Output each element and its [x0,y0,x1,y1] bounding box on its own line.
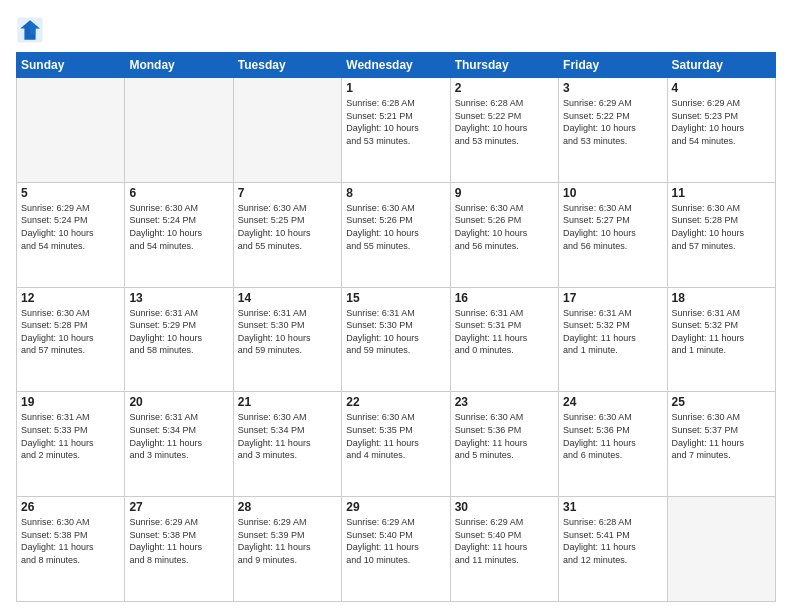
day-number: 6 [129,186,228,200]
day-number: 18 [672,291,771,305]
day-cell: 30Sunrise: 6:29 AM Sunset: 5:40 PM Dayli… [450,497,558,602]
day-cell: 13Sunrise: 6:31 AM Sunset: 5:29 PM Dayli… [125,287,233,392]
weekday-monday: Monday [125,53,233,78]
day-info: Sunrise: 6:31 AM Sunset: 5:30 PM Dayligh… [346,307,445,357]
day-info: Sunrise: 6:31 AM Sunset: 5:34 PM Dayligh… [129,411,228,461]
day-number: 22 [346,395,445,409]
day-cell: 29Sunrise: 6:29 AM Sunset: 5:40 PM Dayli… [342,497,450,602]
week-row-4: 26Sunrise: 6:30 AM Sunset: 5:38 PM Dayli… [17,497,776,602]
day-cell: 6Sunrise: 6:30 AM Sunset: 5:24 PM Daylig… [125,182,233,287]
calendar-table: SundayMondayTuesdayWednesdayThursdayFrid… [16,52,776,602]
day-number: 30 [455,500,554,514]
day-number: 28 [238,500,337,514]
day-cell: 8Sunrise: 6:30 AM Sunset: 5:26 PM Daylig… [342,182,450,287]
day-number: 14 [238,291,337,305]
day-info: Sunrise: 6:31 AM Sunset: 5:30 PM Dayligh… [238,307,337,357]
day-number: 25 [672,395,771,409]
day-cell: 27Sunrise: 6:29 AM Sunset: 5:38 PM Dayli… [125,497,233,602]
day-number: 27 [129,500,228,514]
day-cell: 3Sunrise: 6:29 AM Sunset: 5:22 PM Daylig… [559,78,667,183]
day-cell: 12Sunrise: 6:30 AM Sunset: 5:28 PM Dayli… [17,287,125,392]
day-number: 12 [21,291,120,305]
day-number: 7 [238,186,337,200]
day-info: Sunrise: 6:28 AM Sunset: 5:41 PM Dayligh… [563,516,662,566]
day-cell [667,497,775,602]
day-number: 24 [563,395,662,409]
day-info: Sunrise: 6:30 AM Sunset: 5:38 PM Dayligh… [21,516,120,566]
day-cell: 23Sunrise: 6:30 AM Sunset: 5:36 PM Dayli… [450,392,558,497]
day-info: Sunrise: 6:31 AM Sunset: 5:31 PM Dayligh… [455,307,554,357]
week-row-1: 5Sunrise: 6:29 AM Sunset: 5:24 PM Daylig… [17,182,776,287]
day-cell: 17Sunrise: 6:31 AM Sunset: 5:32 PM Dayli… [559,287,667,392]
day-info: Sunrise: 6:29 AM Sunset: 5:23 PM Dayligh… [672,97,771,147]
day-cell: 11Sunrise: 6:30 AM Sunset: 5:28 PM Dayli… [667,182,775,287]
day-cell: 9Sunrise: 6:30 AM Sunset: 5:26 PM Daylig… [450,182,558,287]
day-number: 11 [672,186,771,200]
day-number: 20 [129,395,228,409]
weekday-thursday: Thursday [450,53,558,78]
day-info: Sunrise: 6:29 AM Sunset: 5:39 PM Dayligh… [238,516,337,566]
day-number: 19 [21,395,120,409]
day-info: Sunrise: 6:30 AM Sunset: 5:26 PM Dayligh… [455,202,554,252]
logo [16,16,48,44]
day-number: 10 [563,186,662,200]
day-info: Sunrise: 6:30 AM Sunset: 5:25 PM Dayligh… [238,202,337,252]
day-cell: 24Sunrise: 6:30 AM Sunset: 5:36 PM Dayli… [559,392,667,497]
day-info: Sunrise: 6:28 AM Sunset: 5:21 PM Dayligh… [346,97,445,147]
day-number: 2 [455,81,554,95]
day-info: Sunrise: 6:29 AM Sunset: 5:24 PM Dayligh… [21,202,120,252]
day-cell [17,78,125,183]
day-info: Sunrise: 6:28 AM Sunset: 5:22 PM Dayligh… [455,97,554,147]
day-number: 1 [346,81,445,95]
day-info: Sunrise: 6:29 AM Sunset: 5:40 PM Dayligh… [346,516,445,566]
day-cell: 10Sunrise: 6:30 AM Sunset: 5:27 PM Dayli… [559,182,667,287]
day-cell: 1Sunrise: 6:28 AM Sunset: 5:21 PM Daylig… [342,78,450,183]
header [16,16,776,44]
day-info: Sunrise: 6:31 AM Sunset: 5:33 PM Dayligh… [21,411,120,461]
day-cell: 28Sunrise: 6:29 AM Sunset: 5:39 PM Dayli… [233,497,341,602]
week-row-2: 12Sunrise: 6:30 AM Sunset: 5:28 PM Dayli… [17,287,776,392]
day-cell: 22Sunrise: 6:30 AM Sunset: 5:35 PM Dayli… [342,392,450,497]
day-cell: 18Sunrise: 6:31 AM Sunset: 5:32 PM Dayli… [667,287,775,392]
day-number: 8 [346,186,445,200]
day-number: 17 [563,291,662,305]
day-info: Sunrise: 6:29 AM Sunset: 5:40 PM Dayligh… [455,516,554,566]
day-info: Sunrise: 6:31 AM Sunset: 5:29 PM Dayligh… [129,307,228,357]
weekday-tuesday: Tuesday [233,53,341,78]
day-info: Sunrise: 6:31 AM Sunset: 5:32 PM Dayligh… [563,307,662,357]
page: SundayMondayTuesdayWednesdayThursdayFrid… [0,0,792,612]
day-info: Sunrise: 6:29 AM Sunset: 5:22 PM Dayligh… [563,97,662,147]
day-info: Sunrise: 6:30 AM Sunset: 5:24 PM Dayligh… [129,202,228,252]
day-number: 31 [563,500,662,514]
day-cell: 7Sunrise: 6:30 AM Sunset: 5:25 PM Daylig… [233,182,341,287]
day-cell: 16Sunrise: 6:31 AM Sunset: 5:31 PM Dayli… [450,287,558,392]
day-info: Sunrise: 6:30 AM Sunset: 5:34 PM Dayligh… [238,411,337,461]
day-info: Sunrise: 6:30 AM Sunset: 5:36 PM Dayligh… [455,411,554,461]
day-number: 23 [455,395,554,409]
day-cell: 25Sunrise: 6:30 AM Sunset: 5:37 PM Dayli… [667,392,775,497]
weekday-header-row: SundayMondayTuesdayWednesdayThursdayFrid… [17,53,776,78]
day-number: 9 [455,186,554,200]
weekday-friday: Friday [559,53,667,78]
day-info: Sunrise: 6:30 AM Sunset: 5:27 PM Dayligh… [563,202,662,252]
day-info: Sunrise: 6:30 AM Sunset: 5:36 PM Dayligh… [563,411,662,461]
day-number: 16 [455,291,554,305]
day-cell: 31Sunrise: 6:28 AM Sunset: 5:41 PM Dayli… [559,497,667,602]
day-cell: 2Sunrise: 6:28 AM Sunset: 5:22 PM Daylig… [450,78,558,183]
day-cell: 15Sunrise: 6:31 AM Sunset: 5:30 PM Dayli… [342,287,450,392]
day-number: 29 [346,500,445,514]
day-cell: 26Sunrise: 6:30 AM Sunset: 5:38 PM Dayli… [17,497,125,602]
day-number: 21 [238,395,337,409]
week-row-0: 1Sunrise: 6:28 AM Sunset: 5:21 PM Daylig… [17,78,776,183]
day-cell: 14Sunrise: 6:31 AM Sunset: 5:30 PM Dayli… [233,287,341,392]
week-row-3: 19Sunrise: 6:31 AM Sunset: 5:33 PM Dayli… [17,392,776,497]
day-cell: 19Sunrise: 6:31 AM Sunset: 5:33 PM Dayli… [17,392,125,497]
day-number: 15 [346,291,445,305]
day-info: Sunrise: 6:30 AM Sunset: 5:26 PM Dayligh… [346,202,445,252]
day-number: 26 [21,500,120,514]
day-cell [125,78,233,183]
day-cell: 5Sunrise: 6:29 AM Sunset: 5:24 PM Daylig… [17,182,125,287]
logo-icon [16,16,44,44]
day-number: 13 [129,291,228,305]
day-cell: 4Sunrise: 6:29 AM Sunset: 5:23 PM Daylig… [667,78,775,183]
